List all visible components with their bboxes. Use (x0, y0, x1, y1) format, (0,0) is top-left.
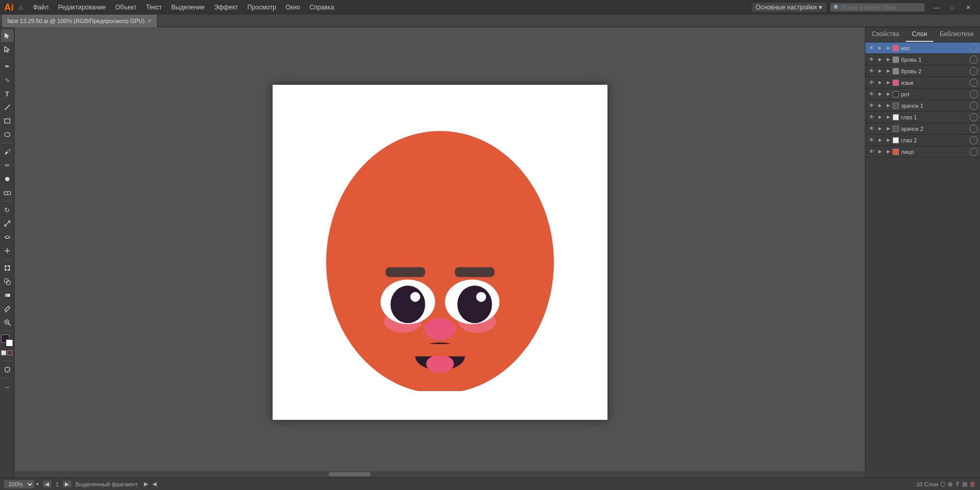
maximize-button[interactable]: □ (944, 0, 960, 15)
layer-visibility-toggle[interactable]: 👁 (868, 113, 876, 121)
gradient-tool[interactable] (1, 289, 14, 302)
layer-row[interactable]: 👁 ▶ ▶ глаз 1 (865, 112, 980, 123)
pencil-tool[interactable]: ✏ (1, 159, 14, 172)
layer-expand-toggle[interactable]: ▶ (877, 57, 883, 63)
layer-visibility-toggle[interactable]: 👁 (868, 67, 876, 75)
layer-target-circle[interactable] (970, 67, 978, 75)
layer-target-circle[interactable] (970, 90, 978, 98)
layer-row[interactable]: 👁 ▶ ▶ глаз 2 (865, 135, 980, 146)
layer-row[interactable]: 👁 ▶ ▶ нос (865, 42, 980, 54)
tab-properties[interactable]: Свойства (865, 27, 906, 42)
nav-prev-button[interactable]: ◀ (43, 481, 51, 487)
layer-target-circle[interactable] (970, 136, 978, 144)
menu-object[interactable]: Объект (111, 3, 141, 12)
rectangle-tool[interactable] (1, 115, 14, 127)
layer-target-toggle[interactable]: ▶ (885, 137, 892, 143)
layer-target-circle[interactable] (970, 102, 978, 110)
layer-target-circle[interactable] (970, 148, 978, 156)
layer-target-toggle[interactable]: ▶ (885, 91, 892, 97)
document-tab[interactable]: face 13.29.50.ai @ 100% (RGB/Предпросмот… (2, 15, 157, 27)
layer-row[interactable]: 👁 ▶ ▶ рот (865, 88, 980, 100)
menu-effect[interactable]: Эффект (210, 3, 242, 12)
more-tools-btn[interactable]: ··· (1, 381, 14, 393)
layer-target-circle[interactable] (970, 125, 978, 133)
search-box[interactable]: 🔍 (830, 3, 925, 12)
scale-tool[interactable] (1, 217, 14, 230)
layer-visibility-toggle[interactable]: 👁 (868, 44, 876, 52)
tab-libraries[interactable]: Библиотеки (933, 27, 980, 42)
layer-row[interactable]: 👁 ▶ ▶ бровь 1 (865, 54, 980, 65)
pen-tool[interactable]: ✒ (1, 60, 14, 73)
layer-target-toggle[interactable]: ▶ (885, 103, 892, 109)
layer-target-toggle[interactable]: ▶ (885, 68, 892, 74)
direct-selection-tool[interactable] (1, 43, 14, 55)
stroke-color-box[interactable] (5, 339, 14, 347)
menu-edit[interactable]: Редактирование (54, 3, 110, 12)
menu-text[interactable]: Текст (142, 3, 166, 12)
layer-row[interactable]: 👁 ▶ ▶ лицо (865, 146, 980, 158)
layer-row[interactable]: 👁 ▶ ▶ язык (865, 77, 980, 88)
layer-visibility-toggle[interactable]: 👁 (868, 102, 876, 110)
layer-target-toggle[interactable]: ▶ (885, 114, 892, 120)
layer-visibility-toggle[interactable]: 👁 (868, 148, 876, 156)
make-new-layer-icon[interactable]: ⊕ (948, 481, 953, 488)
none-color-btn[interactable] (7, 350, 13, 355)
hscroll-thumb[interactable] (329, 472, 370, 476)
delete-layer-icon[interactable]: 🗑 (970, 481, 976, 488)
zoom-tool[interactable] (1, 316, 14, 329)
layer-visibility-toggle[interactable]: 👁 (868, 55, 876, 64)
selection-tool[interactable] (1, 29, 14, 42)
layer-expand-toggle[interactable]: ▶ (877, 103, 883, 109)
warp-tool[interactable] (1, 231, 14, 243)
menu-file[interactable]: Файл (29, 3, 53, 12)
layer-target-circle[interactable] (970, 79, 978, 87)
eyedropper-tool[interactable] (1, 303, 14, 315)
canvas-horizontal-scrollbar[interactable] (15, 471, 865, 477)
layer-visibility-toggle[interactable]: 👁 (868, 136, 876, 144)
width-tool[interactable] (1, 244, 14, 257)
layer-target-circle[interactable] (970, 44, 978, 52)
collect-layers-icon[interactable]: ⊞ (962, 481, 967, 488)
layer-target-circle[interactable] (970, 113, 978, 121)
layer-visibility-toggle[interactable]: 👁 (868, 79, 876, 87)
workspace-selector[interactable]: Основные настройки ▾ (751, 3, 826, 12)
layer-expand-toggle[interactable]: ▶ (877, 126, 883, 132)
rotate-tool[interactable]: ↻ (1, 204, 14, 216)
layer-row[interactable]: 👁 ▶ ▶ бровь 2 (865, 65, 980, 77)
layer-visibility-toggle[interactable]: 👁 (868, 125, 876, 133)
line-tool[interactable] (1, 101, 14, 114)
layer-expand-toggle[interactable]: ▶ (877, 80, 883, 86)
tab-layers[interactable]: Слои (906, 27, 933, 42)
layer-expand-toggle[interactable]: ▶ (877, 149, 883, 155)
search-input[interactable] (842, 4, 921, 10)
layer-target-toggle[interactable]: ▶ (885, 45, 892, 51)
menu-window[interactable]: Окно (281, 3, 305, 12)
curvature-tool[interactable]: ∿ (1, 74, 14, 86)
layer-target-toggle[interactable]: ▶ (885, 57, 892, 63)
eraser-tool[interactable] (1, 186, 14, 199)
layer-expand-toggle[interactable]: ▶ (877, 45, 883, 51)
layer-row[interactable]: 👁 ▶ ▶ зрачок 2 (865, 123, 980, 135)
type-tool[interactable]: T (1, 87, 14, 100)
blob-brush-tool[interactable] (1, 173, 14, 185)
make-sublayer-icon[interactable]: ⬡ (940, 481, 945, 488)
zoom-select[interactable]: 100% 50% 200% (4, 480, 34, 488)
free-transform-tool[interactable] (1, 262, 14, 274)
menu-help[interactable]: Справка (306, 3, 339, 12)
paintbrush-tool[interactable]: 🖌 (1, 146, 14, 158)
layer-target-toggle[interactable]: ▶ (885, 149, 892, 155)
shape-builder-tool[interactable] (1, 275, 14, 288)
layer-expand-toggle[interactable]: ▶ (877, 114, 883, 120)
ellipse-tool[interactable] (1, 128, 14, 141)
layer-visibility-toggle[interactable]: 👁 (868, 90, 876, 98)
artboard-tool[interactable] (1, 363, 14, 376)
artboard-navigate-icon[interactable]: ▶ (144, 481, 148, 487)
artboard-back-icon[interactable]: ◀ (152, 481, 156, 487)
layer-row[interactable]: 👁 ▶ ▶ зрачок 1 (865, 100, 980, 112)
menu-select[interactable]: Выделение (167, 3, 209, 12)
home-icon[interactable]: ⌂ (19, 4, 22, 11)
color-selector[interactable] (1, 335, 14, 347)
tab-close-button[interactable]: ✕ (148, 18, 152, 24)
layer-target-toggle[interactable]: ▶ (885, 126, 892, 132)
close-button[interactable]: ✕ (960, 0, 976, 15)
